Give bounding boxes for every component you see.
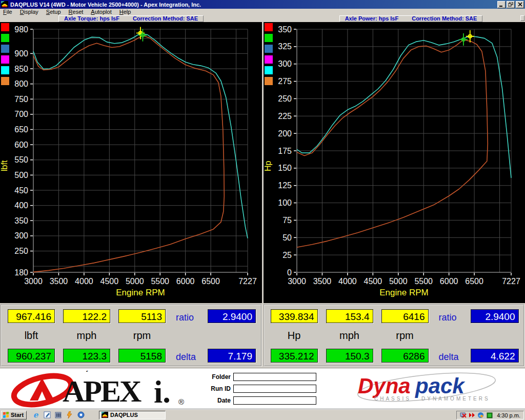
torque-cursor2-mph[interactable]: 123.3 (63, 349, 110, 363)
legend-swatch-5[interactable] (265, 77, 273, 85)
power-correction-method: Correction Method: SAE (412, 15, 477, 22)
menu-reset[interactable]: Reset (69, 9, 87, 15)
torque-delta-value[interactable]: 7.179 (208, 349, 256, 363)
legend-swatch-2[interactable] (1, 45, 9, 53)
y-tick-label: 175 (278, 147, 292, 155)
menu-help[interactable]: Help (119, 9, 135, 15)
power-cursor1-rpm[interactable]: 6416 (381, 309, 429, 323)
legend-swatch-0[interactable] (1, 23, 9, 31)
chart-canvas[interactable]: 3503253002752502252001751501251007550250… (264, 22, 525, 303)
x-tick-label: 6500 (465, 277, 483, 286)
legend-swatch-0[interactable] (265, 23, 273, 31)
close-button[interactable] (516, 1, 524, 8)
title-bar: DAQPLUS V14 (4WD - Motor Vehicle 2500+40… (0, 0, 525, 9)
run-id-input[interactable] (233, 385, 316, 393)
run-id-label: Run ID (204, 385, 231, 392)
x-tick-label: 4000 (338, 277, 357, 286)
legend-swatch-5[interactable] (1, 77, 9, 85)
y-tick-label: 450 (14, 186, 28, 195)
torque-cursor1-mph[interactable]: 122.2 (63, 309, 110, 323)
app-icon (1, 1, 8, 8)
y-tick-label: 700 (14, 110, 28, 118)
torque-cursor1-rpm[interactable]: 5113 (118, 309, 166, 323)
y-tick-label: 350 (14, 216, 28, 225)
chart-canvas[interactable]: 9809008508007507006506005505004504003503… (0, 22, 261, 303)
date-input[interactable] (233, 396, 316, 405)
daqplus-task-icon (102, 412, 108, 418)
torque-cursor2-value[interactable]: 960.237 (8, 349, 55, 363)
x-tick-label: 6000 (439, 277, 458, 286)
x-tick-label: 4000 (75, 277, 93, 286)
menu-display[interactable]: Display (20, 9, 42, 15)
apexi-logo: APEX ´ i. ® (9, 371, 201, 408)
clock[interactable]: 4:30 p.m. (497, 412, 520, 418)
x-tick-label: 6500 (201, 277, 220, 286)
y-tick-label: 650 (14, 125, 28, 134)
torque-chart[interactable]: 9809008508007507006506005505004504003503… (0, 22, 262, 303)
menu-setup[interactable]: Setup (46, 9, 65, 15)
power-ratio-value[interactable]: 2.9400 (471, 309, 519, 323)
media-player-icon[interactable] (54, 411, 62, 419)
globe-status-icon[interactable] (477, 412, 484, 418)
y-tick-label: 400 (14, 201, 28, 210)
compose-mail-icon[interactable] (43, 411, 51, 419)
minimize-button[interactable] (497, 1, 506, 8)
charts-row: 9809008508007507006506005505004504003503… (0, 22, 525, 303)
legend-swatch-1[interactable] (1, 34, 9, 42)
restore-button[interactable] (507, 1, 515, 8)
dynapack-logo: Dyna pack CHASSIS DYNAMOMETERS (355, 372, 498, 407)
legend-swatch-4[interactable] (1, 66, 9, 74)
power-chart[interactable]: 3503253002752502252001751501251007550250… (264, 22, 525, 303)
torque-ratio-value[interactable]: 2.9400 (208, 309, 256, 323)
x-tick-label: 5500 (414, 277, 433, 286)
torque-unit: lbft (8, 330, 55, 342)
x-tick-label: 3500 (50, 277, 68, 286)
svg-text:CHASSIS: CHASSIS (374, 396, 411, 402)
menu-file[interactable]: File (3, 9, 16, 15)
power-delta-value[interactable]: 4.622 (471, 349, 519, 363)
messenger-icon[interactable] (77, 411, 85, 419)
svg-text:®: ® (178, 397, 184, 406)
svg-text:APEX: APEX (63, 374, 142, 408)
legend-swatch-2[interactable] (265, 45, 273, 53)
y-tick-label: 300 (278, 59, 292, 68)
legend-swatch-4[interactable] (265, 66, 273, 74)
menu-autoplot[interactable]: Autoplot (91, 9, 115, 15)
torque-cursor2-rpm[interactable]: 5158 (118, 349, 166, 363)
winamp-icon[interactable] (66, 411, 73, 419)
power-cursor2-rpm[interactable]: 6286 (381, 349, 429, 363)
power-cursor2-value[interactable]: 335.212 (271, 349, 318, 363)
y-tick-label: 50 (282, 233, 292, 242)
network-error-icon[interactable] (460, 412, 467, 418)
y-tick-label: 25 (282, 251, 292, 259)
torque-chart-header: Axle Torque: hps IsF Correction Method: … (58, 15, 204, 22)
legend-swatch-3[interactable] (1, 55, 9, 64)
legend-swatch-3[interactable] (265, 55, 273, 64)
y-tick-label: 900 (14, 49, 28, 58)
quick-launch: e (32, 411, 85, 419)
legend-swatch-1[interactable] (265, 34, 273, 42)
power-legend (265, 23, 273, 85)
power-cursor1-value[interactable]: 339.834 (271, 309, 318, 323)
internet-explorer-icon[interactable]: e (32, 411, 39, 419)
x-tick-label: 4500 (364, 277, 382, 286)
lan-status-icon[interactable] (486, 412, 493, 418)
svg-text:Dyna: Dyna (358, 374, 411, 398)
y-tick-label: 100 (278, 198, 292, 207)
start-button[interactable]: Start (1, 411, 27, 419)
x-tick-label: 4500 (100, 277, 119, 286)
power-cursor2-mph[interactable]: 150.3 (326, 349, 373, 363)
x-tick-label: 6000 (176, 277, 195, 286)
folder-input[interactable] (233, 373, 316, 381)
y-tick-label: 225 (278, 112, 292, 121)
x-tick-label: 5000 (389, 277, 407, 286)
svg-text:DYNAMOMETERS: DYNAMOMETERS (421, 396, 490, 402)
x-tick-label: 5500 (151, 277, 169, 286)
task-button-daqplus[interactable]: DAQPLUS (99, 411, 166, 419)
y-tick-label: 250 (278, 94, 292, 103)
y-tick-label: 0 (287, 268, 292, 277)
torque-cursor1-value[interactable]: 967.416 (8, 309, 55, 323)
power-cursor1-mph[interactable]: 153.4 (326, 309, 373, 323)
x-tick-label: 5000 (126, 277, 144, 286)
fast-forward-icon[interactable] (469, 412, 475, 418)
